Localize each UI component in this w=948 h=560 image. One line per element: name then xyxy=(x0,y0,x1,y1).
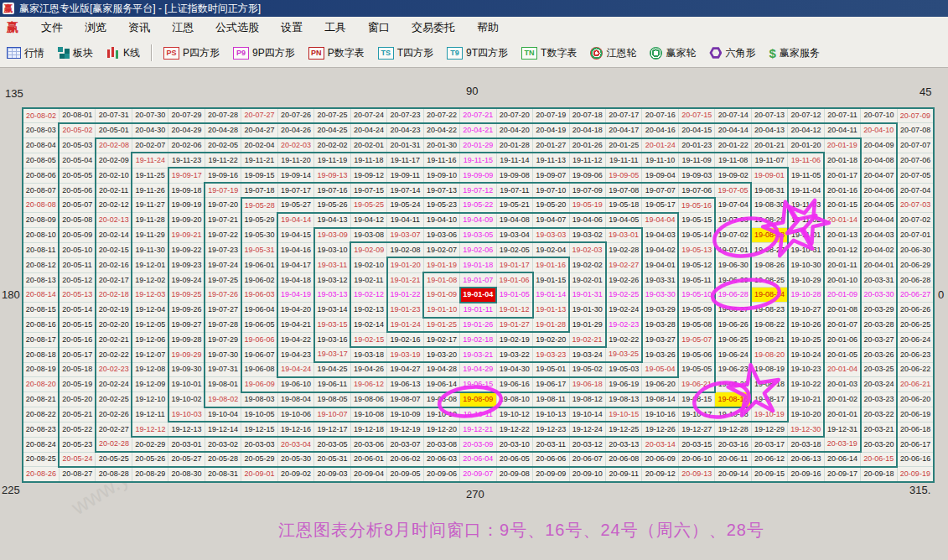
grid-cell-19-09-14: 19-09-14 xyxy=(277,168,313,183)
grid-cell-19-03-04: 19-03-04 xyxy=(496,228,532,243)
toolbar-button-板块[interactable]: 板块 xyxy=(55,44,96,62)
grid-cell-20-05-30: 20-05-30 xyxy=(277,452,313,467)
grid-cell-19-07-08: 19-07-08 xyxy=(606,183,642,198)
grid-cell-20-07-05: 20-07-05 xyxy=(897,168,934,183)
grid-cell-19-09-30: 19-09-30 xyxy=(168,362,205,377)
grid-cell-19-09-13: 19-09-13 xyxy=(314,168,350,183)
grid-cell-19-02-01: 19-02-01 xyxy=(569,272,605,288)
grid-cell-19-05-16: 19-05-16 xyxy=(678,198,714,213)
menu-item-交易委托[interactable]: 交易委托 xyxy=(412,20,455,35)
grid-cell-19-01-05: 19-01-05 xyxy=(496,288,532,303)
toolbar-label: T数字表 xyxy=(541,46,577,60)
grid-cell-20-02-26: 20-02-26 xyxy=(96,407,132,423)
grid-cell-19-09-06: 19-09-06 xyxy=(569,168,605,183)
grid-cell-20-02-22: 20-02-22 xyxy=(96,347,132,362)
grid-cell-19-08-23: 19-08-23 xyxy=(751,303,787,318)
grid-cell-20-02-06: 20-02-06 xyxy=(168,138,205,153)
window-title: 赢家江恩专业版[赢家服务平台] - [上证指数时间正方形] xyxy=(19,2,261,16)
angle-label-180: 180 xyxy=(2,288,20,301)
menu-item-文件[interactable]: 文件 xyxy=(41,20,63,35)
menu-item-窗口[interactable]: 窗口 xyxy=(368,20,390,35)
toolbar-button-9P四方形[interactable]: P99P四方形 xyxy=(231,44,298,62)
grid-cell-19-12-20: 19-12-20 xyxy=(423,422,459,437)
toolbar-separator xyxy=(151,44,153,61)
toolbar-button-六角形[interactable]: 六角形 xyxy=(707,44,758,62)
grid-cell-19-04-26: 19-04-26 xyxy=(350,362,386,377)
menu-item-帮助[interactable]: 帮助 xyxy=(477,20,499,35)
grid-cell-20-07-13: 20-07-13 xyxy=(751,108,787,123)
grid-cell-19-07-17: 19-07-17 xyxy=(277,183,313,198)
grid-cell-20-06-01: 20-06-01 xyxy=(350,452,386,467)
grid-cell-19-09-01: 19-09-01 xyxy=(751,168,787,183)
menu-item-浏览[interactable]: 浏览 xyxy=(85,20,106,35)
toolbar-button-P数字表[interactable]: PNP数字表 xyxy=(306,44,367,62)
grid-cell-20-09-19: 20-09-19 xyxy=(897,467,934,482)
grid-cell-19-02-04: 19-02-04 xyxy=(533,242,569,257)
grid-cell-20-05-14: 20-05-14 xyxy=(59,303,95,318)
grid-cell-20-09-11: 20-09-11 xyxy=(606,467,642,482)
badge-icon-TN: TN xyxy=(521,47,537,60)
grid-cell-19-07-29: 19-07-29 xyxy=(205,332,241,347)
grid-cell-20-05-18: 20-05-18 xyxy=(59,362,95,377)
grid-cell-20-01-17: 20-01-17 xyxy=(824,168,860,183)
grid-cell-20-04-17: 20-04-17 xyxy=(606,123,642,138)
menu-item-资讯[interactable]: 资讯 xyxy=(128,20,150,35)
grid-cell-20-03-24: 20-03-24 xyxy=(861,377,897,392)
grid-cell-19-04-20: 19-04-20 xyxy=(277,303,313,318)
grid-cell-20-07-31: 20-07-31 xyxy=(96,108,132,123)
grid-cell-20-05-20: 20-05-20 xyxy=(59,392,95,407)
menu-item-江恩[interactable]: 江恩 xyxy=(172,20,194,35)
toolbar-button-行情[interactable]: 行情 xyxy=(4,44,47,62)
toolbar-button-9T四方形[interactable]: T99T四方形 xyxy=(444,44,510,62)
grid-cell-20-01-21: 20-01-21 xyxy=(751,138,787,153)
grid-cell-19-04-25: 19-04-25 xyxy=(314,362,350,377)
grid-cell-19-02-26: 19-02-26 xyxy=(606,272,642,288)
grid-cell-20-08-01: 20-08-01 xyxy=(59,108,95,123)
grid-cell-19-06-10: 19-06-10 xyxy=(277,377,313,392)
grid-cell-19-08-08: 19-08-08 xyxy=(423,392,459,407)
grid-cell-20-08-04: 20-08-04 xyxy=(23,138,59,153)
grid-cell-20-01-01: 20-01-01 xyxy=(824,407,860,423)
toolbar-button-K线[interactable]: K线 xyxy=(104,44,142,62)
grid-cell-19-06-09: 19-06-09 xyxy=(241,377,277,392)
grid-cell-19-03-19: 19-03-19 xyxy=(387,347,423,362)
toolbar-button-赢家轮[interactable]: 赢家轮 xyxy=(647,44,698,62)
grid-cell-19-08-05: 19-08-05 xyxy=(314,392,350,407)
grid-cell-20-02-12: 20-02-12 xyxy=(96,198,132,213)
toolbar-button-T四方形[interactable]: TST四方形 xyxy=(376,44,436,62)
toolbar-button-T数字表[interactable]: TNT数字表 xyxy=(519,44,579,62)
grid-cell-19-04-13: 19-04-13 xyxy=(314,213,350,228)
grid-cell-19-08-02: 19-08-02 xyxy=(205,392,241,407)
grid-cell-20-04-28: 20-04-28 xyxy=(205,123,241,138)
grid-cell-19-10-13: 19-10-13 xyxy=(533,407,569,423)
grid-cell-19-11-03: 19-11-03 xyxy=(788,198,824,213)
grid-cell-19-07-21: 19-07-21 xyxy=(205,213,241,228)
grid-cell-20-06-19: 20-06-19 xyxy=(897,407,934,423)
grid-cell-19-09-20: 19-09-20 xyxy=(168,213,205,228)
grid-cell-20-03-17: 20-03-17 xyxy=(751,437,787,452)
toolbar-button-P四方形[interactable]: PSP四方形 xyxy=(161,44,222,62)
menu-item-工具[interactable]: 工具 xyxy=(324,20,346,35)
grid-cell-19-11-26: 19-11-26 xyxy=(132,183,168,198)
grid-cell-19-10-18: 19-10-18 xyxy=(715,407,751,423)
grid-cell-19-03-27: 19-03-27 xyxy=(642,332,678,347)
grid-cell-19-01-25: 19-01-25 xyxy=(423,318,459,333)
grid-cell-19-06-18: 19-06-18 xyxy=(569,377,605,392)
grid-cell-20-05-27: 20-05-27 xyxy=(168,452,205,467)
grid-cell-20-05-04: 20-05-04 xyxy=(59,153,95,168)
grid-cell-20-07-23: 20-07-23 xyxy=(387,108,423,123)
toolbar-button-江恩轮[interactable]: 江恩轮 xyxy=(588,44,639,62)
grid-cell-19-04-07: 19-04-07 xyxy=(533,213,569,228)
grid-cell-19-03-17: 19-03-17 xyxy=(314,347,350,362)
grid-cell-19-03-15: 19-03-15 xyxy=(314,318,350,333)
menu-item-设置[interactable]: 设置 xyxy=(281,20,303,35)
title-bar[interactable]: 赢 赢家江恩专业版[赢家服务平台] - [上证指数时间正方形] xyxy=(0,0,948,17)
grid-cell-19-01-04: 19-01-04 xyxy=(460,288,496,303)
grid-cell-20-03-11: 20-03-11 xyxy=(533,437,569,452)
toolbar-button-赢家服务[interactable]: $赢家服务 xyxy=(766,44,821,62)
grid-cell-19-07-16: 19-07-16 xyxy=(314,183,350,198)
grid-cell-19-02-08: 19-02-08 xyxy=(387,242,423,257)
menu-item-公式选股[interactable]: 公式选股 xyxy=(215,20,259,35)
grid-cell-20-05-05: 20-05-05 xyxy=(59,168,95,183)
grid-cell-19-09-04: 19-09-04 xyxy=(642,168,678,183)
